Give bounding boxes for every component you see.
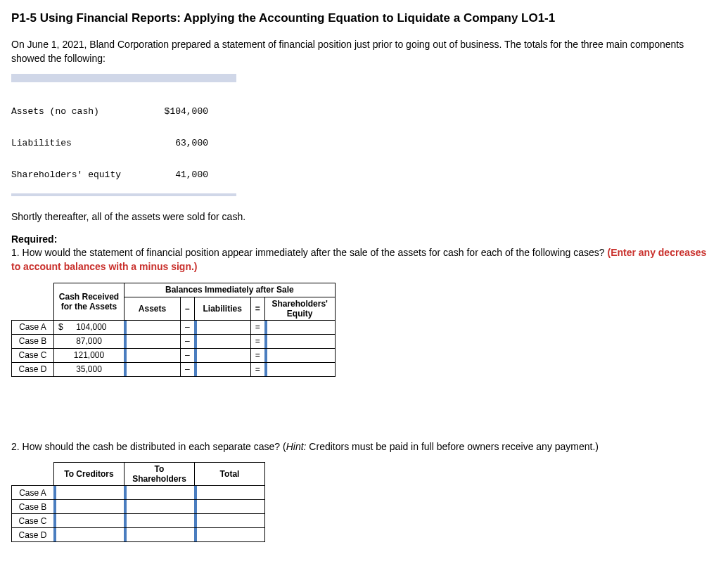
minus-cell: – xyxy=(181,320,195,334)
header-balances-after-sale: Balances Immediately after Sale xyxy=(124,283,336,297)
comp-value-equity: 41,000 xyxy=(138,169,208,180)
header-assets: Assets xyxy=(124,297,181,320)
table-row: Case D xyxy=(12,528,265,542)
minus-cell: – xyxy=(181,362,195,376)
table-row: Case B 87,000 – = xyxy=(12,334,336,348)
header-cash-received: Cash Received for the Assets xyxy=(54,283,124,320)
liabilities-input[interactable] xyxy=(194,320,250,334)
equals-cell: = xyxy=(250,334,264,348)
equals-cell: = xyxy=(250,348,264,362)
required-block: Required: 1. How would the statement of … xyxy=(11,233,715,274)
table-row: Case A $104,000 – = xyxy=(12,320,336,334)
required-label: Required: xyxy=(11,233,57,245)
creditors-input[interactable] xyxy=(54,486,124,500)
total-input[interactable] xyxy=(195,500,265,514)
comp-label-assets: Assets (no cash) xyxy=(11,106,138,117)
cash-value: 87,000 xyxy=(54,334,124,348)
table-row: Case C 121,000 – = xyxy=(12,348,336,362)
creditors-input[interactable] xyxy=(54,528,124,542)
header-liabilities: Liabilities xyxy=(194,297,250,320)
assets-input[interactable] xyxy=(124,362,181,376)
cash-value: $104,000 xyxy=(54,320,124,334)
table-row: Case A xyxy=(12,486,265,500)
liabilities-input[interactable] xyxy=(194,362,250,376)
assets-input[interactable] xyxy=(124,348,181,362)
minus-cell: – xyxy=(181,334,195,348)
table-row: Case B xyxy=(12,500,265,514)
components-block: Assets (no cash) $104,000 Liabilities 63… xyxy=(11,74,236,196)
header-equity: Shareholders' Equity xyxy=(264,297,335,320)
shareholders-input[interactable] xyxy=(124,528,195,542)
equity-input[interactable] xyxy=(264,348,335,362)
row-label: Case A xyxy=(12,320,54,334)
after-paragraph: Shortly thereafter, all of the assets we… xyxy=(11,210,715,224)
row-label: Case B xyxy=(12,334,54,348)
liabilities-input[interactable] xyxy=(194,348,250,362)
total-input[interactable] xyxy=(195,486,265,500)
question-1-text: 1. How would the statement of financial … xyxy=(11,247,607,258)
equity-input[interactable] xyxy=(264,362,335,376)
cash-value: 121,000 xyxy=(54,348,124,362)
creditors-input[interactable] xyxy=(54,514,124,528)
equals-cell: = xyxy=(250,320,264,334)
creditors-input[interactable] xyxy=(54,500,124,514)
comp-label-liabilities: Liabilities xyxy=(11,138,138,148)
row-label: Case B xyxy=(12,500,54,514)
total-input[interactable] xyxy=(195,528,265,542)
header-to-shareholders: To Shareholders xyxy=(124,463,195,486)
equals-cell: = xyxy=(250,362,264,376)
header-total: Total xyxy=(195,463,265,486)
equity-input[interactable] xyxy=(264,320,335,334)
minus-cell: – xyxy=(181,348,195,362)
balances-table: Cash Received for the Assets Balances Im… xyxy=(11,283,336,377)
header-to-creditors: To Creditors xyxy=(54,463,124,486)
row-label: Case C xyxy=(12,348,54,362)
comp-label-equity: Shareholders' equity xyxy=(11,169,138,180)
question-2-text: 2. How should the cash be distributed in… xyxy=(11,441,286,452)
shareholders-input[interactable] xyxy=(124,514,195,528)
empty-header xyxy=(12,283,54,320)
empty-header xyxy=(12,463,54,486)
shareholders-input[interactable] xyxy=(124,486,195,500)
problem-title: P1-5 Using Financial Reports: Applying t… xyxy=(11,11,715,25)
liabilities-input[interactable] xyxy=(194,334,250,348)
row-label: Case D xyxy=(12,528,54,542)
question-2-hint-rest: Creditors must be paid in full before ow… xyxy=(306,441,599,452)
table-row: Case C xyxy=(12,514,265,528)
row-label: Case A xyxy=(12,486,54,500)
row-label: Case C xyxy=(12,514,54,528)
shareholders-input[interactable] xyxy=(124,500,195,514)
table-row: Case D 35,000 – = xyxy=(12,362,336,376)
header-minus: – xyxy=(181,297,195,320)
distribution-table: To Creditors To Shareholders Total Case … xyxy=(11,462,265,542)
question-2-hint-label: Hint: xyxy=(286,441,307,452)
comp-value-assets: $104,000 xyxy=(138,106,208,117)
assets-input[interactable] xyxy=(124,334,181,348)
total-input[interactable] xyxy=(195,514,265,528)
intro-paragraph: On June 1, 2021, Bland Corporation prepa… xyxy=(11,38,715,65)
header-equals: = xyxy=(250,297,264,320)
comp-value-liabilities: 63,000 xyxy=(138,138,208,148)
assets-input[interactable] xyxy=(124,320,181,334)
question-2-block: 2. How should the cash be distributed in… xyxy=(11,440,715,454)
equity-input[interactable] xyxy=(264,334,335,348)
row-label: Case D xyxy=(12,362,54,376)
cash-value: 35,000 xyxy=(54,362,124,376)
